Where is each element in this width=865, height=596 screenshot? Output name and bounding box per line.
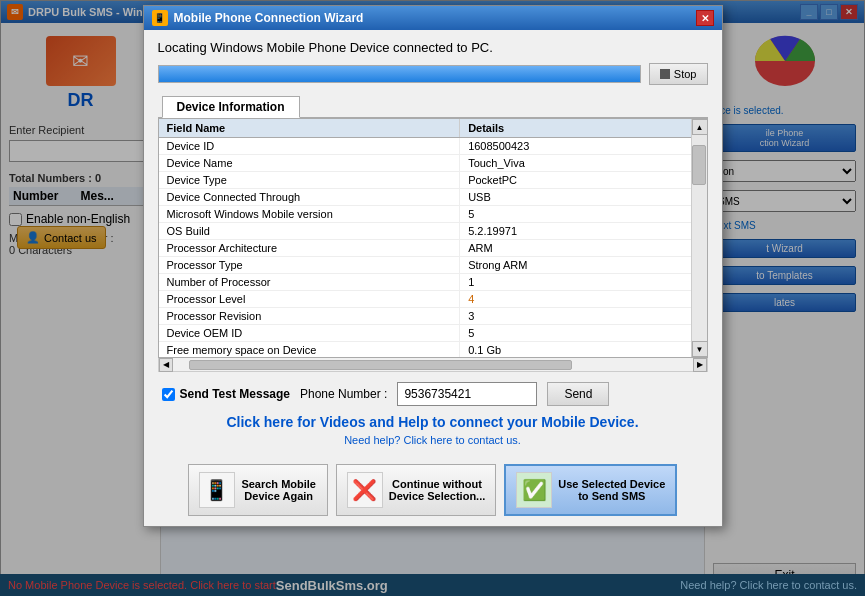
detail-cell: Strong ARM [460, 257, 706, 274]
col-detail-header: Details [460, 119, 706, 138]
field-cell: Microsoft Windows Mobile version [159, 206, 460, 223]
use-selected-device-button[interactable]: ✅ Use Selected Deviceto Send SMS [504, 464, 677, 516]
vertical-scrollbar[interactable]: ▲ ▼ [691, 119, 707, 357]
tab-device-info-label: Device Information [177, 100, 285, 114]
use-selected-label: Use Selected Deviceto Send SMS [558, 478, 665, 502]
field-cell: Free memory space on Device [159, 342, 460, 359]
send-test-checkbox-group: Send Test Message [162, 387, 290, 401]
send-btn-label: Send [564, 387, 592, 401]
progress-bar-fill [159, 66, 640, 82]
scroll-track[interactable] [692, 135, 707, 341]
detail-cell: 1 [460, 274, 706, 291]
search-mobile-icon: 📱 [199, 472, 235, 508]
scroll-down-arrow[interactable]: ▼ [692, 341, 708, 357]
dialog-body: Locating Windows Mobile Phone Device con… [144, 30, 722, 464]
send-test-checkbox[interactable] [162, 388, 175, 401]
table-row: Processor TypeStrong ARM [159, 257, 707, 274]
detail-cell: 5.2.19971 [460, 223, 706, 240]
stop-icon [660, 69, 670, 79]
field-cell: Number of Processor [159, 274, 460, 291]
continue-without-button[interactable]: ❌ Continue withoutDevice Selection... [336, 464, 497, 516]
horizontal-scrollbar[interactable]: ◀ ▶ [158, 358, 708, 372]
detail-cell: 4 [460, 291, 706, 308]
detail-cell: Touch_Viva [460, 155, 706, 172]
field-cell: OS Build [159, 223, 460, 240]
contact-link[interactable]: Need help? Click here to contact us. [158, 434, 708, 446]
progress-row: Stop [158, 63, 708, 85]
bottom-buttons-row: 📱 Search MobileDevice Again ❌ Continue w… [144, 464, 722, 526]
table-row: Processor ArchitectureARM [159, 240, 707, 257]
field-cell: Processor Level [159, 291, 460, 308]
scroll-left-arrow[interactable]: ◀ [159, 358, 173, 372]
table-row: Processor Revision3 [159, 308, 707, 325]
send-test-label: Send Test Message [180, 387, 290, 401]
phone-number-input[interactable]: 9536735421 [397, 382, 537, 406]
table-row: Device NameTouch_Viva [159, 155, 707, 172]
search-mobile-label: Search MobileDevice Again [241, 478, 317, 502]
detail-cell: 5 [460, 325, 706, 342]
continue-without-icon: ❌ [347, 472, 383, 508]
stop-label: Stop [674, 68, 697, 80]
locating-text: Locating Windows Mobile Phone Device con… [158, 40, 708, 55]
field-cell: Processor Architecture [159, 240, 460, 257]
search-mobile-button[interactable]: 📱 Search MobileDevice Again [188, 464, 328, 516]
table-row: Device TypePocketPC [159, 172, 707, 189]
help-link-text: Click here for Videos and Help to connec… [226, 414, 638, 430]
detail-cell: 1608500423 [460, 138, 706, 155]
phone-label: Phone Number : [300, 387, 387, 401]
field-cell: Device ID [159, 138, 460, 155]
detail-cell: 0.1 Gb [460, 342, 706, 359]
use-selected-icon: ✅ [516, 472, 552, 508]
progress-bar-container [158, 65, 641, 83]
dialog-title: Mobile Phone Connection Wizard [174, 11, 364, 25]
field-cell: Device Connected Through [159, 189, 460, 206]
table-row: Free memory space on Device0.1 Gb [159, 342, 707, 359]
field-cell: Device Type [159, 172, 460, 189]
send-button[interactable]: Send [547, 382, 609, 406]
contact-link-text: Need help? Click here to contact us. [344, 434, 521, 446]
dialog-close-button[interactable]: ✕ [696, 10, 714, 26]
device-info-table-wrapper: Field Name Details Device ID1608500423De… [158, 118, 708, 358]
table-row: Microsoft Windows Mobile version5 [159, 206, 707, 223]
table-row: Device OEM ID5 [159, 325, 707, 342]
detail-cell: USB [460, 189, 706, 206]
detail-cell: 5 [460, 206, 706, 223]
stop-button[interactable]: Stop [649, 63, 708, 85]
tab-bar: Device Information [158, 95, 708, 118]
detail-cell: PocketPC [460, 172, 706, 189]
h-scroll-thumb[interactable] [189, 360, 573, 370]
modal-overlay: 📱 Mobile Phone Connection Wizard ✕ Locat… [0, 0, 865, 596]
field-cell: Device OEM ID [159, 325, 460, 342]
field-cell: Processor Type [159, 257, 460, 274]
device-info-table: Field Name Details Device ID1608500423De… [159, 119, 707, 358]
scroll-thumb[interactable] [692, 145, 706, 185]
field-cell: Processor Revision [159, 308, 460, 325]
field-cell: Device Name [159, 155, 460, 172]
detail-cell: ARM [460, 240, 706, 257]
tab-device-information[interactable]: Device Information [162, 96, 300, 118]
detail-cell: 3 [460, 308, 706, 325]
dialog-icon: 📱 [152, 10, 168, 26]
table-row: Number of Processor1 [159, 274, 707, 291]
table-row: Processor Level4 [159, 291, 707, 308]
send-test-row: Send Test Message Phone Number : 9536735… [158, 382, 708, 406]
table-row: Device ID1608500423 [159, 138, 707, 155]
col-field-header: Field Name [159, 119, 460, 138]
dialog: 📱 Mobile Phone Connection Wizard ✕ Locat… [143, 5, 723, 527]
table-row: OS Build5.2.19971 [159, 223, 707, 240]
continue-without-label: Continue withoutDevice Selection... [389, 478, 486, 502]
table-row: Device Connected ThroughUSB [159, 189, 707, 206]
scroll-right-arrow[interactable]: ▶ [693, 358, 707, 372]
dialog-titlebar: 📱 Mobile Phone Connection Wizard ✕ [144, 6, 722, 30]
help-link[interactable]: Click here for Videos and Help to connec… [158, 414, 708, 430]
scroll-up-arrow[interactable]: ▲ [692, 119, 708, 135]
